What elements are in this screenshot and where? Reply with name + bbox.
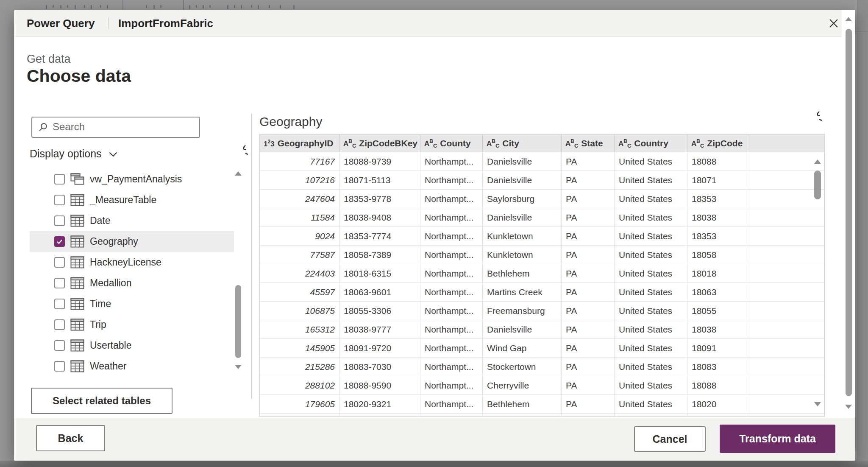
app-title: Power Query [27,10,95,36]
preview-header-row: 123GeographyIDABCZipCodeBKeyABCCountyABC… [260,134,824,152]
table-checkbox[interactable] [54,195,65,205]
table-cell: 165312 [260,320,339,339]
refresh-icon [807,122,822,128]
dialog-scroll-up-arrow[interactable] [845,17,852,21]
table-cell: United States [615,208,687,227]
table-icon [70,319,84,331]
table-cell: 18063-9601 [339,283,420,302]
table-list-item[interactable]: vw_PaymentAnalysis [30,169,234,190]
table-checkbox[interactable] [54,174,65,185]
text-type-icon: ABC [618,138,631,148]
close-button[interactable] [826,16,841,31]
table-checkbox[interactable] [54,361,65,372]
table-list-item[interactable]: Trip [30,314,234,335]
table-cell: 18088 [687,376,749,395]
table-checkbox[interactable] [54,236,65,247]
table-cell: 18055 [687,302,749,320]
table-cell: PA [562,358,615,376]
table-cell: 107216 [260,171,339,190]
table-cell: Stockertown [483,358,562,376]
table-cell: 18088 [687,152,749,171]
table-cell: 18088-9739 [339,152,420,171]
table-cell: Bethlehem [483,264,562,283]
table-checkbox[interactable] [54,257,65,268]
column-name: County [440,134,470,152]
table-list-item[interactable]: Weather [30,356,234,377]
table-cell: 18091-9720 [339,339,420,358]
list-scroll-up-arrow[interactable] [235,171,242,176]
table-checkbox[interactable] [54,319,65,330]
table-cell [749,339,824,358]
table-row: 16531218038-9777Northampt...Danielsville… [260,320,824,339]
table-list-item[interactable]: HackneyLicense [30,252,234,273]
column-name: State [581,134,603,152]
preview-scroll-down-arrow[interactable] [814,401,821,407]
table-icon [70,360,84,372]
table-name-label: HackneyLicense [90,257,161,268]
table-cell: Northampt... [420,246,483,264]
list-scroll-down-arrow[interactable] [235,364,242,370]
navigator-refresh-button[interactable] [232,145,249,162]
table-cell: United States [615,264,687,283]
table-cell [749,358,824,376]
table-checkbox[interactable] [54,340,65,351]
table-list-item[interactable]: Geography [30,231,234,252]
table-row: 24760418353-9778Northampt...SaylorsburgP… [260,190,824,208]
table-row: 28810218088-9590Northampt...CherryvilleP… [260,376,824,395]
table-cell: 18038-9408 [339,208,420,227]
table-list-item[interactable]: Date [30,210,234,231]
table-cell: PA [562,302,615,320]
select-related-tables-button[interactable]: Select related tables [31,388,172,414]
table-cell: 11584 [260,208,339,227]
transform-data-button[interactable]: Transform data [720,425,835,453]
preview-scrollbar-thumb[interactable] [814,171,821,199]
table-cell: United States [615,190,687,208]
background-bottom [0,461,868,467]
table-cell: Northampt... [420,302,483,320]
table-row-partial [260,414,824,416]
table-cell: 18071 [687,171,749,190]
preview-scroll-up-arrow[interactable] [814,159,821,165]
table-cell: 18038-9777 [339,320,420,339]
column-name: Country [634,134,668,152]
cancel-button[interactable]: Cancel [634,426,706,452]
display-options-toggle[interactable]: Display options [30,146,118,161]
table-cell: PA [562,376,615,395]
column-header: ABCZipCodeBKey [339,134,420,152]
text-type-icon: ABC [691,138,704,148]
close-icon [828,24,840,31]
table-icon [70,298,84,310]
table-name-label: vw_PaymentAnalysis [90,173,182,185]
table-list-item[interactable]: Medallion [30,273,234,294]
table-list-item[interactable]: Usertable [30,335,234,356]
table-list-item[interactable]: _MeasureTable [30,190,234,210]
table-row: 21528618083-7030Northampt...StockertownP… [260,358,824,376]
table-cell: Wind Gap [483,339,562,358]
table-checkbox[interactable] [54,215,65,226]
back-button[interactable]: Back [36,425,105,451]
table-cell: PA [562,208,615,227]
table-cell: Northampt... [420,190,483,208]
search-input[interactable] [52,119,193,135]
table-cell: 247604 [260,190,339,208]
table-cell: Northampt... [420,395,483,414]
table-cell: United States [615,395,687,414]
table-name-label: Weather [90,361,127,372]
dialog-scroll-down-arrow[interactable] [845,405,852,409]
table-icon [70,194,84,206]
table-list-item[interactable]: Time [30,294,234,314]
preview-refresh-button[interactable] [806,111,823,128]
table-cell: Danielsville [483,208,562,227]
table-cell [260,414,339,416]
table-checkbox[interactable] [54,278,65,288]
table-checkbox[interactable] [54,299,65,309]
list-scrollbar-thumb[interactable] [235,285,241,358]
table-cell: PA [562,190,615,208]
table-cell: Northampt... [420,227,483,246]
table-row: 7758718058-7389Northampt...KunkletownPAU… [260,246,824,264]
table-cell: 18055-3306 [339,302,420,320]
table-cell: Northampt... [420,283,483,302]
dialog-scrollbar-thumb[interactable] [846,29,852,396]
title-divider [108,17,108,29]
table-cell [483,414,562,416]
